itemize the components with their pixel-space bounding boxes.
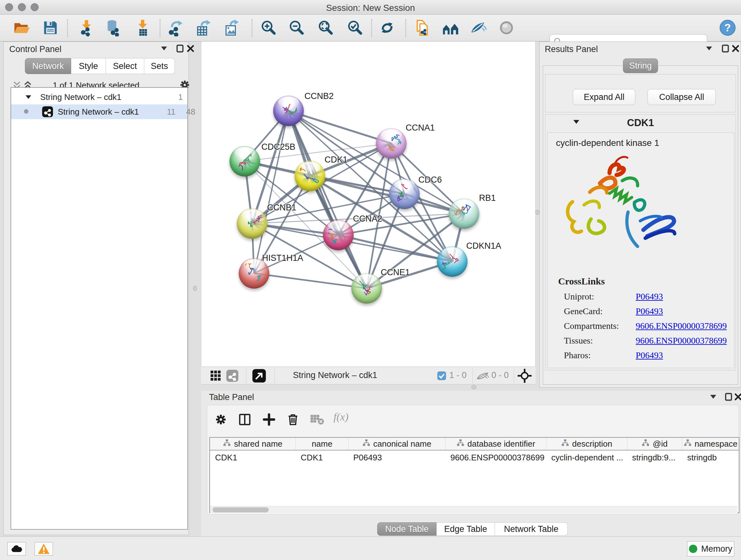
network-node-RB1[interactable] bbox=[449, 198, 479, 229]
column-header-description[interactable]: description bbox=[546, 438, 627, 450]
memory-status-icon bbox=[689, 545, 697, 553]
grid-view-icon[interactable] bbox=[209, 369, 223, 383]
network-view-string-icon[interactable] bbox=[225, 369, 239, 383]
network-view-canvas[interactable]: CCNB2CCNA1CDC25BCDK1CDC6RB1CCNB1CCNA2CDK… bbox=[201, 42, 536, 367]
selected-checkbox-icon[interactable] bbox=[437, 371, 446, 380]
open-session-icon[interactable] bbox=[12, 18, 31, 37]
crosslink-link[interactable]: 9606.ENSP00000378699 bbox=[636, 321, 727, 331]
network-edge-HIST1H1A-CCNE1[interactable] bbox=[254, 273, 367, 288]
table-cell[interactable]: CDK1 bbox=[210, 451, 295, 464]
network-row[interactable]: String Network – cdk1 11 48 bbox=[11, 105, 187, 119]
table-cell[interactable]: stringdb:9... bbox=[627, 451, 682, 464]
table-gear-icon[interactable] bbox=[213, 412, 228, 427]
refresh-icon[interactable] bbox=[378, 18, 397, 37]
tab-sets[interactable]: Sets bbox=[144, 58, 175, 74]
tab-network[interactable]: Network bbox=[25, 58, 71, 74]
warnings-button[interactable] bbox=[35, 542, 53, 556]
zoom-in-icon[interactable] bbox=[259, 18, 278, 37]
close-panel-icon[interactable] bbox=[187, 45, 194, 52]
crosslink-link[interactable]: P06493 bbox=[636, 306, 663, 316]
table-panel-title: Table Panel bbox=[209, 392, 254, 402]
float-panel-icon[interactable] bbox=[176, 44, 184, 53]
tab-network-table[interactable]: Network Table bbox=[495, 522, 568, 536]
table-cell[interactable]: cyclin-dependent ... bbox=[546, 451, 627, 464]
panel-menu-icon[interactable] bbox=[160, 46, 167, 51]
collection-expand-icon[interactable] bbox=[25, 95, 31, 99]
memory-button[interactable]: Memory bbox=[687, 541, 734, 557]
crosslink-link[interactable]: P06493 bbox=[636, 292, 663, 302]
svg-text:?: ? bbox=[724, 22, 731, 34]
network-node-CCNB1[interactable] bbox=[237, 208, 267, 239]
import-table-icon[interactable] bbox=[133, 18, 152, 37]
network-node-CDKN1A[interactable] bbox=[437, 246, 468, 277]
tab-string[interactable]: String bbox=[623, 58, 658, 73]
right-splitter-handle[interactable] bbox=[536, 210, 539, 215]
hide-selected-icon[interactable] bbox=[468, 18, 488, 37]
expand-all-button[interactable]: Expand All bbox=[573, 89, 635, 105]
network-node-CCNE1[interactable] bbox=[351, 273, 382, 304]
panel-menu-icon[interactable] bbox=[705, 46, 713, 51]
network-node-CDK1[interactable] bbox=[294, 161, 325, 191]
column-header-name[interactable]: name bbox=[295, 438, 348, 450]
control-panel: Control Panel Network Style Select Sets … bbox=[3, 42, 189, 535]
entry-header-row[interactable]: CDK1 bbox=[545, 115, 736, 131]
network-edge-CCNB2-CCNA1[interactable] bbox=[288, 111, 391, 143]
birds-eye-view-icon[interactable] bbox=[252, 369, 266, 383]
tab-style[interactable]: Style bbox=[71, 58, 106, 74]
show-columns-icon[interactable] bbox=[238, 412, 252, 427]
delete-column-icon[interactable] bbox=[286, 412, 300, 427]
collapse-all-button[interactable]: Collapse All bbox=[648, 89, 716, 105]
export-network-icon[interactable] bbox=[166, 18, 185, 37]
network-node-CDC25B[interactable] bbox=[229, 146, 260, 177]
clone-network-icon[interactable] bbox=[412, 18, 431, 37]
tab-node-table[interactable]: Node Table bbox=[377, 522, 436, 536]
table-header-row: shared namenamecanonical namedatabase id… bbox=[210, 438, 739, 450]
tree-column-icon bbox=[457, 439, 464, 449]
column-header--id[interactable]: @id bbox=[627, 438, 682, 450]
add-column-icon[interactable] bbox=[262, 412, 276, 427]
table-cell[interactable]: 9606.ENSP00000378699 bbox=[445, 451, 546, 464]
horizontal-splitter-handle[interactable] bbox=[471, 385, 476, 389]
import-network-file-icon[interactable] bbox=[77, 18, 96, 37]
table-cell[interactable]: CDK1 bbox=[295, 451, 348, 464]
left-splitter-handle[interactable] bbox=[193, 286, 197, 291]
tab-select[interactable]: Select bbox=[106, 58, 144, 74]
network-node-CCNB2[interactable] bbox=[273, 96, 304, 126]
crosslink-link[interactable]: P06493 bbox=[636, 350, 663, 361]
export-image-icon[interactable] bbox=[222, 18, 241, 37]
help-icon[interactable]: ? bbox=[718, 18, 737, 37]
save-session-icon[interactable] bbox=[41, 18, 60, 37]
network-node-CCNA2[interactable] bbox=[323, 220, 354, 250]
import-network-database-icon[interactable] bbox=[104, 18, 123, 37]
houses-icon[interactable] bbox=[441, 18, 460, 37]
table-cell[interactable]: stringdb bbox=[682, 451, 739, 464]
column-header-label: name bbox=[312, 439, 333, 449]
network-node-CDC6[interactable] bbox=[389, 179, 420, 209]
crosslink-link[interactable]: 9606.ENSP00000378699 bbox=[636, 335, 727, 346]
network-collection-row[interactable]: String Network – cdk1 1 bbox=[11, 90, 187, 105]
zoom-selected-icon[interactable] bbox=[345, 18, 364, 37]
results-panel-title: Results Panel bbox=[545, 44, 598, 54]
column-header-namespace[interactable]: namespace bbox=[682, 438, 739, 450]
zoom-out-icon[interactable] bbox=[287, 18, 306, 37]
table-row[interactable]: CDK1CDK1P064939606.ENSP00000378699cyclin… bbox=[210, 451, 739, 464]
protein-thumbnail-icon bbox=[235, 151, 255, 171]
tab-edge-table[interactable]: Edge Table bbox=[436, 522, 495, 536]
table-cell[interactable]: P06493 bbox=[348, 451, 445, 464]
inactive-eye-icon[interactable] bbox=[497, 18, 516, 37]
column-header-database-identifier[interactable]: database identifier bbox=[445, 438, 546, 450]
zoom-fit-icon[interactable] bbox=[316, 18, 335, 37]
cloud-button[interactable] bbox=[7, 542, 26, 556]
protein-thumbnail-icon bbox=[244, 263, 264, 283]
export-table-icon[interactable] bbox=[194, 18, 213, 37]
close-panel-icon[interactable] bbox=[734, 393, 741, 401]
float-panel-icon[interactable] bbox=[722, 44, 729, 53]
fit-selected-crosshair-icon[interactable] bbox=[518, 369, 532, 383]
panel-menu-icon[interactable] bbox=[710, 394, 717, 399]
close-panel-icon[interactable] bbox=[732, 45, 739, 52]
column-header-canonical-name[interactable]: canonical name bbox=[348, 438, 445, 450]
float-panel-icon[interactable] bbox=[725, 393, 732, 401]
table-hscrollbar-thumb[interactable] bbox=[212, 507, 269, 512]
column-header-shared-name[interactable]: shared name bbox=[210, 438, 295, 450]
network-node-CCNA1[interactable] bbox=[376, 128, 407, 159]
